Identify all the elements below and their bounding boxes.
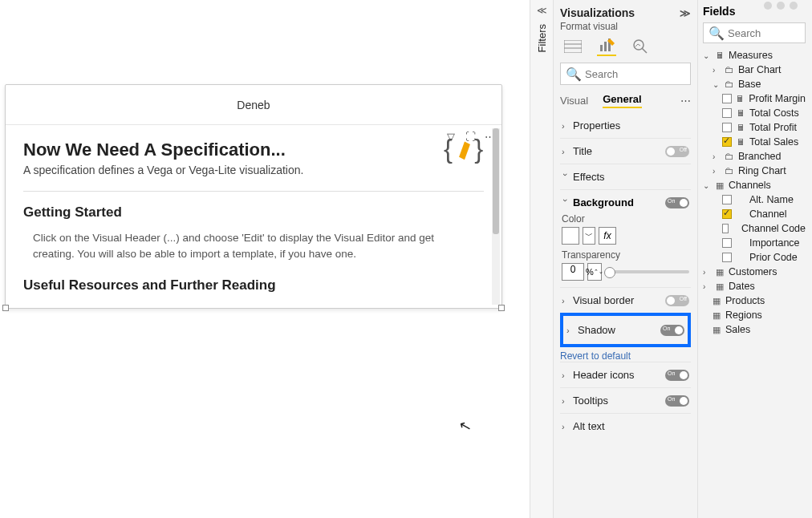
- getting-started-heading: Getting Started: [23, 204, 484, 221]
- fields-tree: ⌄Measures ›Bar Chart ⌄Base Profit Margin…: [703, 48, 806, 337]
- svg-marker-2: [459, 142, 470, 160]
- chevron-right-icon: ›: [562, 396, 570, 406]
- field-channel[interactable]: Channel: [703, 207, 806, 221]
- build-visual-icon[interactable]: [563, 37, 583, 56]
- svg-line-11: [642, 48, 647, 53]
- fields-search[interactable]: 🔍: [703, 22, 806, 43]
- table-measures[interactable]: ⌄Measures: [703, 48, 806, 63]
- background-color-dropdown[interactable]: ﹀: [583, 227, 595, 245]
- transparency-unit[interactable]: %⌃⌄: [587, 263, 602, 281]
- field-total-profit[interactable]: Total Profit: [703, 120, 806, 135]
- collapse-viz-icon[interactable]: ≫: [680, 7, 691, 19]
- table-sales[interactable]: Sales: [703, 322, 806, 337]
- visualizations-title: Visualizations: [560, 6, 635, 19]
- shadow-highlight: ›Shadow On: [560, 313, 691, 347]
- transparency-input[interactable]: 0: [562, 263, 584, 281]
- search-icon: 🔍: [708, 26, 725, 41]
- format-search-input[interactable]: [585, 68, 685, 80]
- fields-pane: Fields 🔍 ⌄Measures ›Bar Chart ⌄Base Prof…: [698, 0, 810, 518]
- dot-icon: [777, 2, 785, 10]
- fields-search-input[interactable]: [728, 27, 800, 39]
- visual-body: { } Now We Need A Specification... A spe…: [6, 125, 501, 308]
- chevron-right-icon: ›: [562, 296, 570, 306]
- row-alt-text[interactable]: ›Alt text: [560, 413, 691, 439]
- field-channel-code[interactable]: Channel Code: [703, 221, 806, 236]
- window-control-icons: [764, 2, 798, 10]
- folder-ring-chart[interactable]: ›Ring Chart: [703, 164, 806, 178]
- row-shadow[interactable]: ›Shadow On: [565, 318, 686, 342]
- toggle-tooltips[interactable]: On: [665, 395, 689, 407]
- toggle-shadow[interactable]: On: [660, 325, 684, 336]
- row-effects[interactable]: ›Effects: [560, 164, 691, 189]
- svg-rect-6: [600, 45, 603, 51]
- spec-subtitle: A specification defines a Vega or Vega-L…: [23, 164, 484, 176]
- toggle-background[interactable]: On: [665, 197, 689, 208]
- svg-rect-7: [604, 42, 607, 51]
- svg-text:{: {: [444, 134, 453, 164]
- report-canvas: Deneb ▽ ⛶ ⋯ { } Now We Need A Specificat…: [0, 0, 530, 518]
- visual-title: Deneb: [237, 99, 270, 111]
- field-profit-margin[interactable]: Profit Margin: [703, 91, 806, 106]
- transparency-label: Transparency: [562, 249, 689, 261]
- folder-branched[interactable]: ›Branched: [703, 149, 806, 164]
- format-visual-label: Format visual: [560, 21, 691, 32]
- field-total-sales[interactable]: Total Sales: [703, 135, 806, 149]
- folder-base[interactable]: ⌄Base: [703, 77, 806, 91]
- filters-pane-collapsed[interactable]: ≪ Filters: [530, 0, 554, 518]
- chevron-right-icon: ›: [566, 326, 574, 335]
- getting-started-body: Click on the Visual Header (...) and cho…: [33, 230, 474, 263]
- transparency-slider[interactable]: [605, 270, 689, 273]
- dot-icon: [764, 2, 772, 10]
- table-channels[interactable]: ⌄Channels: [703, 178, 806, 192]
- toggle-visual-border[interactable]: Off: [665, 295, 689, 306]
- pencil-braces-icon: { }: [444, 133, 485, 167]
- visual-scrollbar[interactable]: [492, 128, 500, 305]
- background-color-swatch[interactable]: [562, 227, 579, 245]
- toggle-header-icons[interactable]: On: [665, 370, 689, 381]
- chevron-right-icon: ›: [562, 121, 570, 131]
- chevron-right-icon: ›: [562, 422, 570, 431]
- tab-general[interactable]: General: [603, 93, 641, 108]
- search-icon: 🔍: [566, 67, 582, 82]
- chevron-down-icon: ›: [561, 199, 570, 207]
- row-properties[interactable]: ›Properties: [560, 113, 691, 138]
- tab-visual[interactable]: Visual: [560, 95, 588, 107]
- chevron-right-icon: ›: [562, 370, 570, 380]
- visual-title-bar: Deneb: [6, 85, 501, 125]
- format-visual-icon[interactable]: [597, 37, 616, 56]
- analytics-icon[interactable]: [631, 37, 650, 56]
- field-prior-code[interactable]: Prior Code: [703, 250, 806, 265]
- field-total-costs[interactable]: Total Costs: [703, 106, 806, 120]
- table-products[interactable]: Products: [703, 293, 806, 308]
- dot-icon: [790, 2, 798, 10]
- svg-text:}: }: [474, 134, 483, 164]
- format-search[interactable]: 🔍: [560, 63, 691, 85]
- row-header-icons[interactable]: ›Header icons On: [560, 362, 691, 387]
- cursor-icon: ↖: [457, 415, 473, 435]
- deneb-visual[interactable]: Deneb ▽ ⛶ ⋯ { } Now We Need A Specificat…: [5, 84, 502, 309]
- background-color-fx[interactable]: fx: [599, 227, 616, 245]
- table-customers[interactable]: ›Customers: [703, 265, 806, 279]
- filters-label: Filters: [536, 24, 548, 52]
- divider: [23, 191, 484, 192]
- folder-bar-chart[interactable]: ›Bar Chart: [703, 63, 806, 77]
- table-dates[interactable]: ›Dates: [703, 279, 806, 293]
- row-visual-border[interactable]: ›Visual border Off: [560, 287, 691, 313]
- format-mode-tabs: [560, 37, 691, 56]
- svg-rect-3: [564, 40, 582, 53]
- resources-heading: Useful Resources and Further Reading: [23, 277, 484, 293]
- table-regions[interactable]: Regions: [703, 308, 806, 322]
- color-label: Color: [562, 213, 689, 225]
- field-importance[interactable]: Importance: [703, 236, 806, 250]
- chevron-right-icon: ›: [562, 147, 570, 156]
- visualizations-pane: Visualizations ≫ Format visual 🔍 Visual …: [554, 0, 698, 518]
- row-tooltips[interactable]: ›Tooltips On: [560, 387, 691, 413]
- field-alt-name[interactable]: Alt. Name: [703, 192, 806, 207]
- tab-more-icon[interactable]: ⋯: [680, 95, 691, 107]
- toggle-title[interactable]: Off: [665, 146, 689, 157]
- revert-to-default-link[interactable]: Revert to default: [560, 350, 691, 362]
- row-title[interactable]: ›Title Off: [560, 138, 691, 164]
- chevron-down-icon: ›: [561, 173, 570, 181]
- expand-filters-icon[interactable]: ≪: [530, 5, 553, 16]
- spec-heading: Now We Need A Specification...: [23, 140, 484, 160]
